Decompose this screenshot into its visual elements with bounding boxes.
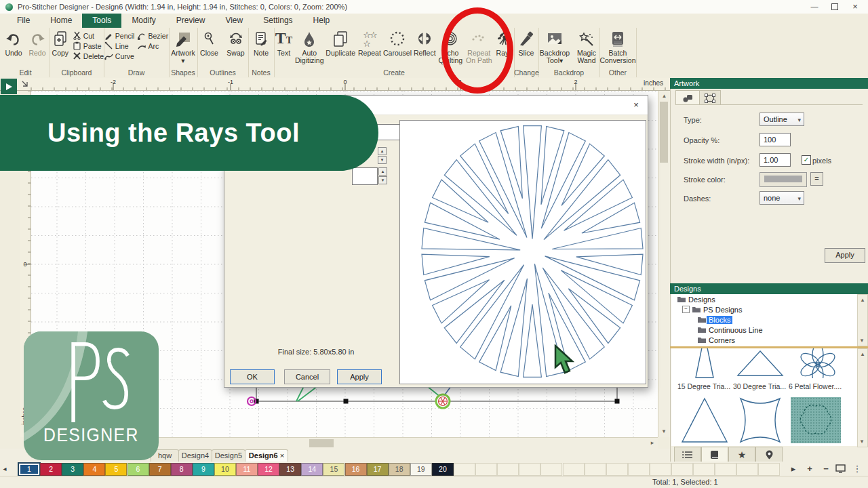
designs-tab-list[interactable] xyxy=(674,447,701,462)
color-swatch-20[interactable]: 20 xyxy=(432,463,454,476)
close-outline-button[interactable]: Close xyxy=(198,29,221,67)
redo-button[interactable]: Redo xyxy=(26,29,50,67)
vertical-scroll-thumb[interactable] xyxy=(660,102,668,163)
artwork-tab-transform[interactable] xyxy=(699,90,721,105)
palette-next-icon[interactable]: ▸ xyxy=(787,463,800,474)
color-swatch-empty[interactable] xyxy=(693,463,715,476)
menu-preview[interactable]: Preview xyxy=(166,14,216,28)
menu-home[interactable]: Home xyxy=(40,14,82,28)
menu-help[interactable]: Help xyxy=(303,14,340,28)
color-swatch-13[interactable]: 13 xyxy=(279,463,301,476)
scroll-up-icon[interactable]: ▴ xyxy=(658,91,670,101)
color-swatch-18[interactable]: 18 xyxy=(389,463,410,476)
color-swatch-empty[interactable] xyxy=(715,463,736,476)
color-swatch-4[interactable]: 4 xyxy=(83,463,105,476)
palette-more-icon[interactable]: ⋮ xyxy=(850,463,864,474)
stroke-width-input[interactable]: 1.00 xyxy=(760,153,791,167)
thumbnail-6-petal-flower[interactable] xyxy=(792,348,844,378)
repeat-button[interactable]: ☆☆☆ Repeat xyxy=(357,29,382,67)
thumbnail-30-degree-triangle[interactable] xyxy=(736,348,784,378)
undo-button[interactable]: Undo xyxy=(2,29,26,67)
tree-scrollbar[interactable]: ▴ ▾ xyxy=(857,294,868,346)
bezier-button[interactable]: Bezier xyxy=(137,31,168,40)
color-swatch-16[interactable]: 16 xyxy=(345,463,367,476)
color-swatch-10[interactable]: 10 xyxy=(214,463,236,476)
stroke-color-equals-button[interactable]: = xyxy=(810,172,823,186)
slice-button[interactable]: Slice xyxy=(515,29,538,67)
menu-view[interactable]: View xyxy=(215,14,253,28)
maximize-button[interactable] xyxy=(825,0,845,13)
horizontal-scroll-thumb[interactable] xyxy=(309,439,334,447)
play-tool-button[interactable] xyxy=(1,79,17,94)
batch-conversion-button[interactable]: Batch Conversion xyxy=(600,29,635,67)
tree-item-corners[interactable]: Corners xyxy=(671,335,857,345)
color-swatch-5[interactable]: 5 xyxy=(105,463,127,476)
opacity-input[interactable]: 100 xyxy=(760,133,791,146)
pixels-checkbox[interactable]: ✓ xyxy=(802,155,811,165)
tree-item-designs[interactable]: Designs xyxy=(671,294,857,304)
artwork-button[interactable]: Artwork▾ xyxy=(169,29,197,67)
cancel-button[interactable]: Cancel xyxy=(284,369,330,384)
color-swatch-empty[interactable] xyxy=(606,463,628,476)
color-swatch-12[interactable]: 12 xyxy=(258,463,279,476)
tree-item-continuous-line[interactable]: Continuous Line xyxy=(671,325,857,335)
color-swatch-2[interactable]: 2 xyxy=(40,463,62,476)
palette-scroll-left-icon[interactable]: ◂ xyxy=(0,463,9,474)
line-button[interactable]: Line xyxy=(104,41,135,50)
menu-tools[interactable]: Tools xyxy=(82,14,121,28)
designs-tab-location[interactable] xyxy=(755,447,783,462)
tree-item-ps-designs[interactable]: −PS Designs xyxy=(671,304,857,314)
color-swatch-7[interactable]: 7 xyxy=(149,463,171,476)
palette-add-icon[interactable]: + xyxy=(803,463,816,474)
color-swatch-empty[interactable] xyxy=(758,463,780,476)
color-swatch-9[interactable]: 9 xyxy=(193,463,214,476)
dialog-input-2[interactable] xyxy=(352,167,378,185)
color-swatch-19[interactable]: 19 xyxy=(410,463,432,476)
palette-remove-icon[interactable]: − xyxy=(819,463,833,474)
cut-button[interactable]: Cut xyxy=(73,31,104,40)
pencil-button[interactable]: Pencil xyxy=(104,31,135,40)
menu-settings[interactable]: Settings xyxy=(253,14,302,28)
color-swatch-empty[interactable] xyxy=(497,463,519,476)
color-swatch-empty[interactable] xyxy=(454,463,475,476)
color-swatch-3[interactable]: 3 xyxy=(62,463,83,476)
tree-item-blocks[interactable]: Blocks xyxy=(671,314,857,325)
color-swatch-15[interactable]: 15 xyxy=(323,463,344,476)
color-swatch-11[interactable]: 11 xyxy=(236,463,258,476)
tab-design6[interactable]: Design6 × xyxy=(245,449,288,462)
paste-button[interactable]: Paste xyxy=(73,41,104,50)
thumbnails-scrollbar[interactable]: ▴ ▾ xyxy=(857,348,868,447)
ruler-corner-icon[interactable] xyxy=(20,79,30,89)
text-button[interactable]: TT Text xyxy=(274,29,294,67)
dialog-spinner-1[interactable]: ▲▼ xyxy=(378,147,387,165)
color-swatch-14[interactable]: 14 xyxy=(301,463,323,476)
color-swatch-empty[interactable] xyxy=(475,463,497,476)
color-swatch-empty[interactable] xyxy=(628,463,650,476)
thumbnail-flower-block[interactable] xyxy=(791,397,841,443)
copy-button[interactable]: Copy xyxy=(50,29,71,67)
stroke-color-swatch[interactable] xyxy=(760,172,807,187)
arc-button[interactable]: Arc xyxy=(137,41,168,50)
color-swatch-empty[interactable] xyxy=(563,463,585,476)
vertical-scrollbar[interactable]: ▴ ▾ xyxy=(658,91,670,437)
carousel-button[interactable]: Carousel xyxy=(383,29,412,67)
dashes-dropdown[interactable]: none▾ xyxy=(760,191,804,205)
dialog-close-icon[interactable]: × xyxy=(630,99,642,111)
color-swatch-empty[interactable] xyxy=(671,463,693,476)
reflect-button[interactable]: Reflect xyxy=(413,29,436,67)
swap-button[interactable]: Swap xyxy=(224,29,248,67)
scroll-down-icon[interactable]: ▾ xyxy=(658,426,669,436)
color-swatch-empty[interactable] xyxy=(540,463,562,476)
tab-design4[interactable]: Design4 xyxy=(178,449,212,462)
note-button[interactable]: Note xyxy=(249,29,273,67)
artwork-tab-properties[interactable] xyxy=(675,90,700,105)
thumbnail-15-degree-triangle[interactable] xyxy=(681,348,728,378)
magic-wand-button[interactable]: Magic Wand xyxy=(574,29,599,67)
type-dropdown[interactable]: Outline▾ xyxy=(760,113,804,126)
menu-file[interactable]: File xyxy=(7,14,40,28)
auto-digitizing-button[interactable]: Auto Digitizing xyxy=(295,29,324,67)
thumbnail-triangle[interactable] xyxy=(681,396,728,445)
dialog-spinner-2[interactable]: ▲▼ xyxy=(378,167,387,185)
delete-button[interactable]: Delete xyxy=(73,52,104,60)
thumbnail-concave-square[interactable] xyxy=(736,396,784,445)
